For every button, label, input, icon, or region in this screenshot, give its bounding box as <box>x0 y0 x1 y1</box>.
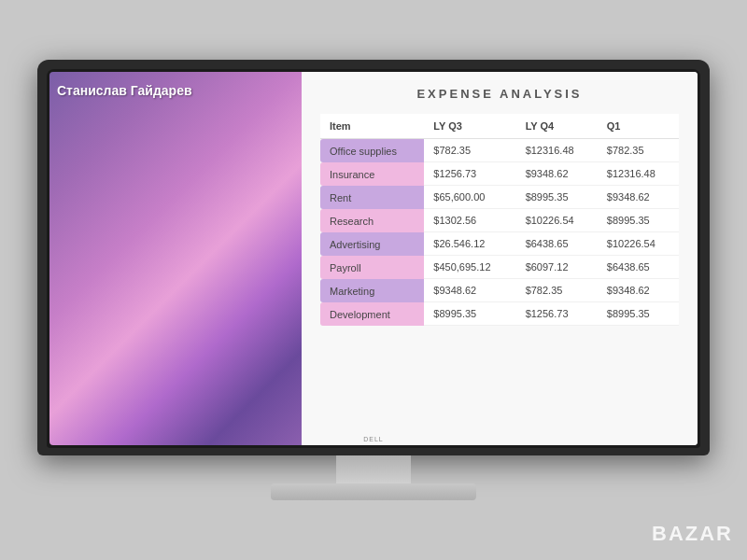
table-row: Office supplies$782.35$12316.48$782.35 <box>320 139 679 162</box>
table-row: Research$1302.56$10226.54$8995.35 <box>320 209 679 232</box>
col-header-item: Item <box>320 114 424 139</box>
cell-item: Office supplies <box>320 139 424 162</box>
cell-q1: $10226.54 <box>598 232 679 256</box>
cell-item: Insurance <box>320 162 424 186</box>
expense-table-container: EXPENSE ANALYSIS ItemLY Q3LY Q4Q1 Office… <box>302 72 698 445</box>
table-body: Office supplies$782.35$12316.48$782.35In… <box>320 139 679 326</box>
cell-lyq4: $782.35 <box>516 279 598 302</box>
screen-right: EXPENSE ANALYSIS ItemLY Q3LY Q4Q1 Office… <box>302 72 698 445</box>
monitor-outer: Станислав Гайдарев EXPENSE ANALYSIS Item… <box>37 60 710 455</box>
cell-lyq3: $8995.35 <box>424 302 515 326</box>
cell-lyq3: $9348.62 <box>424 279 515 302</box>
cell-item: Marketing <box>320 279 424 302</box>
cell-lyq3: $1256.73 <box>424 162 515 186</box>
table-row: Rent$65,600.00$8995.35$9348.62 <box>320 186 679 209</box>
cell-lyq4: $9348.62 <box>516 162 598 186</box>
cell-item: Payroll <box>320 256 424 279</box>
cell-lyq4: $6438.65 <box>516 232 598 256</box>
cell-lyq4: $10226.54 <box>516 209 598 232</box>
col-header-lyq4: LY Q4 <box>516 114 598 139</box>
cell-lyq3: $65,600.00 <box>424 186 515 209</box>
table-row: Payroll$450,695.12$6097.12$6438.65 <box>320 256 679 279</box>
monitor-bezel: Станислав Гайдарев EXPENSE ANALYSIS Item… <box>47 69 700 448</box>
cell-lyq3: $782.35 <box>424 139 515 162</box>
cell-lyq4: $8995.35 <box>516 186 598 209</box>
cell-item: Advertising <box>320 232 424 256</box>
cell-lyq3: $1302.56 <box>424 209 515 232</box>
monitor-neck <box>336 455 411 483</box>
cell-lyq4: $12316.48 <box>516 139 598 162</box>
cell-q1: $9348.62 <box>598 279 679 302</box>
table-row: Marketing$9348.62$782.35$9348.62 <box>320 279 679 302</box>
cell-q1: $9348.62 <box>598 186 679 209</box>
watermark-text: Станислав Гайдарев <box>57 83 192 98</box>
cell-lyq4: $1256.73 <box>516 302 598 326</box>
bazar-watermark: BAZАR <box>652 522 733 546</box>
cell-item: Development <box>320 302 424 326</box>
cell-q1: $8995.35 <box>598 209 679 232</box>
expense-table: ItemLY Q3LY Q4Q1 Office supplies$782.35$… <box>320 114 679 326</box>
col-header-q1: Q1 <box>598 114 679 139</box>
cell-q1: $12316.48 <box>598 162 679 186</box>
cell-lyq3: $450,695.12 <box>424 256 515 279</box>
header-row: ItemLY Q3LY Q4Q1 <box>320 114 679 139</box>
cell-q1: $8995.35 <box>598 302 679 326</box>
cell-q1: $782.35 <box>598 139 679 162</box>
col-header-lyq3: LY Q3 <box>424 114 515 139</box>
table-row: Advertising$26.546.12$6438.65$10226.54 <box>320 232 679 256</box>
cell-lyq4: $6097.12 <box>516 256 598 279</box>
cell-lyq3: $26.546.12 <box>424 232 515 256</box>
dell-logo: DELL <box>363 436 384 442</box>
cell-item: Rent <box>320 186 424 209</box>
screen: Станислав Гайдарев EXPENSE ANALYSIS Item… <box>49 72 698 445</box>
cell-q1: $6438.65 <box>598 256 679 279</box>
table-header: ItemLY Q3LY Q4Q1 <box>320 114 679 139</box>
cell-item: Research <box>320 209 424 232</box>
expense-title: EXPENSE ANALYSIS <box>320 87 679 101</box>
monitor-base <box>271 483 476 500</box>
table-row: Development$8995.35$1256.73$8995.35 <box>320 302 679 326</box>
screen-left: Станислав Гайдарев <box>49 72 302 445</box>
monitor-wrapper: Станислав Гайдарев EXPENSE ANALYSIS Item… <box>37 60 710 500</box>
table-row: Insurance$1256.73$9348.62$12316.48 <box>320 162 679 186</box>
